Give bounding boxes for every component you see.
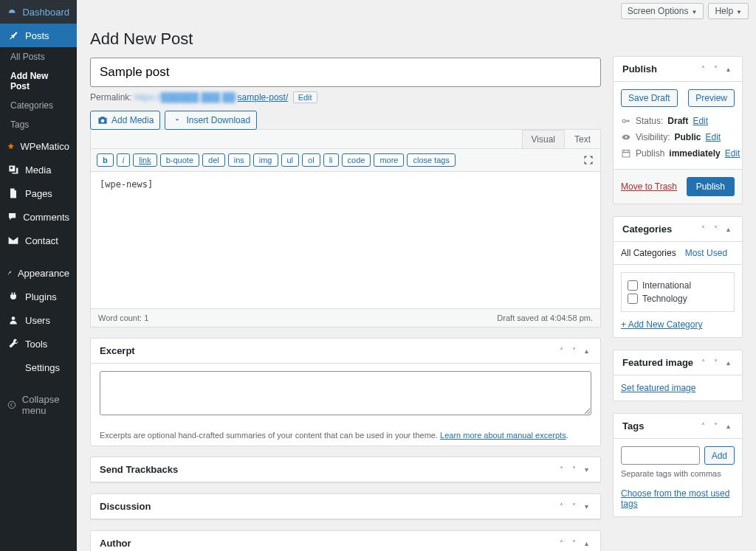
permalink-slug[interactable]: sample-post/ (238, 92, 289, 103)
cat-checkbox[interactable] (628, 294, 638, 304)
move-down-icon[interactable]: ˅ (710, 224, 721, 235)
save-draft-button[interactable]: Save Draft (621, 89, 678, 107)
menu-contact[interactable]: Contact (0, 229, 77, 252)
set-featured-link[interactable]: Set featured image (621, 383, 695, 393)
menu-label: Users (25, 315, 50, 326)
tool-img[interactable]: img (253, 153, 278, 167)
toggle-icon[interactable]: ▾ (581, 465, 591, 475)
toggle-icon[interactable]: ▴ (581, 346, 591, 356)
toggle-icon[interactable]: ▴ (723, 64, 733, 74)
cat-item[interactable]: Technology (628, 292, 728, 305)
menu-label: Comments (23, 212, 69, 223)
topbar: Screen Options▼ Help▼ (77, 0, 756, 22)
submenu-tags[interactable]: Tags (0, 115, 77, 134)
tool-ins[interactable]: ins (228, 153, 250, 167)
move-down-icon[interactable]: ˅ (568, 538, 579, 549)
preview-button[interactable]: Preview (688, 89, 735, 107)
choose-tags-link[interactable]: Choose from the most used tags (621, 488, 729, 509)
toggle-icon[interactable]: ▴ (723, 421, 733, 432)
help-button[interactable]: Help▼ (708, 3, 749, 19)
move-down-icon[interactable]: ˅ (568, 502, 579, 512)
move-down-icon[interactable]: ˅ (710, 64, 721, 74)
collapse-icon (7, 399, 16, 411)
visual-tab[interactable]: Visual (522, 130, 565, 148)
tool-i[interactable]: i (117, 153, 130, 167)
menu-users[interactable]: Users (0, 308, 77, 332)
add-tag-button[interactable]: Add (704, 446, 735, 465)
text-tab[interactable]: Text (565, 130, 600, 148)
tool-del[interactable]: del (202, 153, 225, 167)
toggle-icon[interactable]: ▴ (723, 358, 733, 368)
tool-bquote[interactable]: b-quote (160, 153, 199, 167)
tags-input[interactable] (621, 446, 700, 465)
menu-label: Collapse menu (22, 394, 69, 416)
menu-appearance[interactable]: Appearance (0, 261, 77, 285)
insert-download-button[interactable]: Insert Download (165, 111, 257, 130)
calendar-icon (621, 148, 631, 159)
tool-link[interactable]: link (133, 153, 157, 167)
sidebox-title: Publish (622, 63, 698, 74)
menu-plugins[interactable]: Plugins (0, 285, 77, 308)
tool-ul[interactable]: ul (281, 153, 300, 167)
move-down-icon[interactable]: ˅ (568, 346, 579, 356)
metabox-title: Excerpt (100, 345, 556, 356)
menu-media[interactable]: Media (0, 158, 77, 181)
add-category-link[interactable]: + Add New Category (621, 319, 702, 330)
menu-comments[interactable]: Comments (0, 205, 77, 229)
collapse-menu[interactable]: Collapse menu (0, 388, 77, 422)
menu-settings[interactable]: Settings (0, 356, 77, 379)
discussion-metabox: Discussion ˄ ˅ ▾ (90, 493, 601, 520)
tool-ol[interactable]: ol (302, 153, 320, 167)
sidebox-title: Categories (622, 223, 698, 235)
menu-pages[interactable]: Pages (0, 181, 77, 205)
submenu-add-new[interactable]: Add New Post (0, 66, 77, 96)
add-media-button[interactable]: Add Media (90, 111, 160, 130)
menu-dashboard[interactable]: Dashboard (0, 0, 77, 24)
submenu-all-posts[interactable]: All Posts (0, 47, 77, 66)
move-up-icon[interactable]: ˄ (556, 538, 566, 549)
edit-visibility-link[interactable]: Edit (705, 132, 721, 142)
edit-schedule-link[interactable]: Edit (725, 148, 740, 159)
menu-posts[interactable]: Posts (0, 24, 77, 47)
svg-rect-2 (622, 150, 630, 157)
move-down-icon[interactable]: ˅ (710, 358, 721, 368)
categories-box: Categories ˄ ˅ ▴ All Categories Most Use… (613, 216, 743, 338)
move-up-icon[interactable]: ˄ (698, 358, 708, 368)
sliders-icon (7, 361, 19, 373)
post-title-input[interactable] (90, 58, 601, 87)
submenu-categories[interactable]: Categories (0, 96, 77, 115)
fullscreen-icon[interactable] (583, 154, 594, 166)
screen-options-button[interactable]: Screen Options▼ (621, 3, 704, 19)
move-down-icon[interactable]: ˅ (710, 421, 721, 432)
tool-more[interactable]: more (374, 153, 404, 167)
tool-li[interactable]: li (323, 153, 339, 167)
cat-tab-most[interactable]: Most Used (685, 242, 727, 264)
publish-button[interactable]: Publish (687, 177, 735, 196)
move-up-icon[interactable]: ˄ (556, 465, 566, 475)
tool-b[interactable]: b (97, 153, 114, 167)
cat-checkbox[interactable] (628, 280, 638, 291)
move-up-icon[interactable]: ˄ (698, 224, 708, 235)
plugin-icon (7, 140, 15, 152)
move-down-icon[interactable]: ˅ (568, 465, 579, 475)
toggle-icon[interactable]: ▴ (581, 538, 591, 549)
tool-code[interactable]: code (342, 153, 371, 167)
move-up-icon[interactable]: ˄ (556, 502, 566, 512)
move-up-icon[interactable]: ˄ (698, 421, 708, 432)
move-up-icon[interactable]: ˄ (698, 64, 708, 74)
edit-status-link[interactable]: Edit (693, 116, 708, 126)
excerpt-textarea[interactable] (100, 371, 591, 415)
cat-tab-all[interactable]: All Categories (621, 242, 676, 264)
toggle-icon[interactable]: ▴ (723, 224, 733, 235)
menu-wpematico[interactable]: WPeMatico (0, 134, 77, 158)
menu-tools[interactable]: Tools (0, 332, 77, 356)
menu-label: Plugins (25, 291, 57, 302)
edit-permalink-button[interactable]: Edit (293, 91, 317, 103)
tool-closetags[interactable]: close tags (407, 153, 456, 167)
move-to-trash-link[interactable]: Move to Trash (621, 181, 677, 192)
move-up-icon[interactable]: ˄ (556, 346, 566, 356)
editor-textarea[interactable]: [wpe-news] (91, 172, 600, 308)
toggle-icon[interactable]: ▾ (581, 502, 591, 512)
cat-item[interactable]: International (628, 279, 728, 292)
excerpt-learn-link[interactable]: Learn more about manual excerpts (440, 431, 566, 440)
